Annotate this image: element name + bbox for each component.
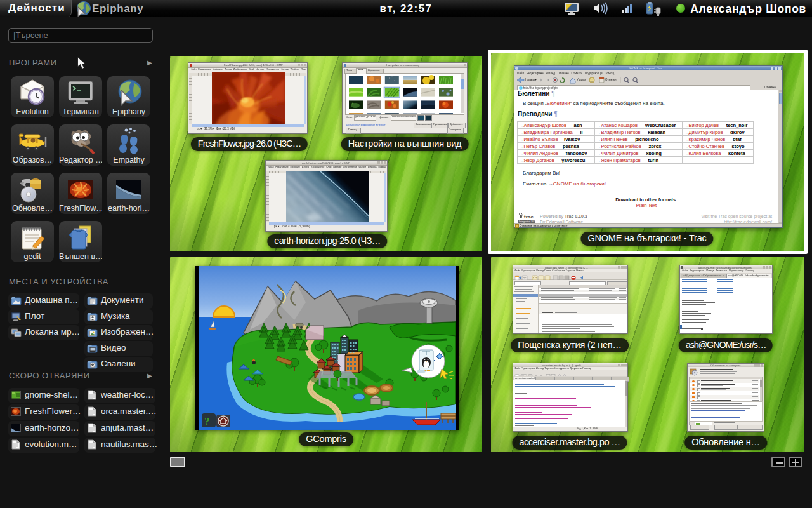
svg-text:trac: trac (524, 214, 534, 220)
svg-text:?: ? (204, 415, 210, 427)
